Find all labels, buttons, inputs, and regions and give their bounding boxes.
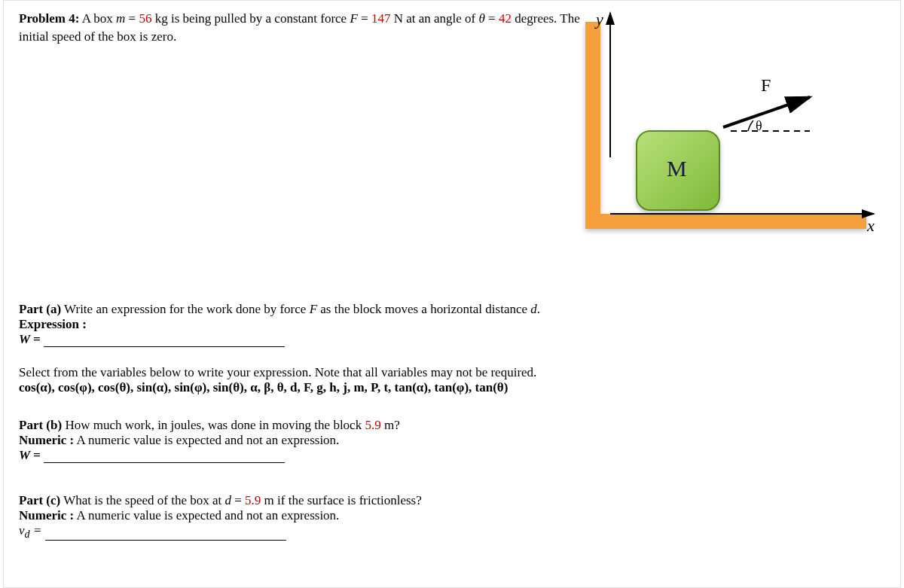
numeric-label-b: Numeric : bbox=[19, 433, 74, 447]
part-b: Part (b) How much work, in joules, was d… bbox=[19, 418, 885, 463]
svg-line-4 bbox=[723, 97, 810, 127]
force-value: 147 bbox=[371, 11, 391, 26]
part-c-distance: 5.9 bbox=[245, 493, 261, 507]
theta-label: θ bbox=[756, 118, 762, 133]
physics-diagram: y x M F θ bbox=[569, 7, 878, 255]
force-var: F bbox=[350, 11, 357, 26]
force-label: F bbox=[761, 75, 771, 95]
problem-statement: Problem 4: A box m = 56 kg is being pull… bbox=[19, 10, 584, 46]
part-c-label: Part (c) bbox=[19, 493, 60, 507]
answer-blank-c[interactable] bbox=[45, 528, 286, 541]
y-axis-label: y bbox=[594, 10, 603, 29]
x-axis-label: x bbox=[866, 216, 875, 235]
mass-var: m bbox=[116, 11, 125, 26]
text: A box bbox=[82, 11, 116, 26]
select-variables-intro: Select from the variables below to write… bbox=[19, 365, 885, 380]
part-a: Part (a) Write an expression for the wor… bbox=[19, 302, 885, 395]
part-b-distance: 5.9 bbox=[365, 418, 380, 432]
answer-blank-a[interactable] bbox=[44, 334, 285, 347]
w-label-b: W = bbox=[19, 448, 41, 462]
box-label: M bbox=[667, 156, 687, 181]
expression-label: Expression : bbox=[19, 317, 87, 331]
mass-value: 56 bbox=[139, 11, 151, 26]
vd-label: vd = bbox=[19, 523, 41, 538]
part-b-label: Part (b) bbox=[19, 418, 62, 432]
variables-list: cos(α), cos(φ), cos(θ), sin(α), sin(φ), … bbox=[19, 380, 885, 395]
answer-blank-b[interactable] bbox=[44, 450, 285, 463]
problem-label: Problem 4: bbox=[19, 11, 79, 26]
part-c: Part (c) What is the speed of the box at… bbox=[19, 493, 885, 541]
angle-var: θ bbox=[478, 11, 484, 26]
part-a-label: Part (a) bbox=[19, 302, 61, 316]
page-frame: Problem 4: A box m = 56 kg is being pull… bbox=[3, 0, 901, 588]
w-label-a: W = bbox=[19, 332, 41, 346]
numeric-label-c: Numeric : bbox=[19, 508, 74, 522]
angle-value: 42 bbox=[499, 11, 512, 26]
